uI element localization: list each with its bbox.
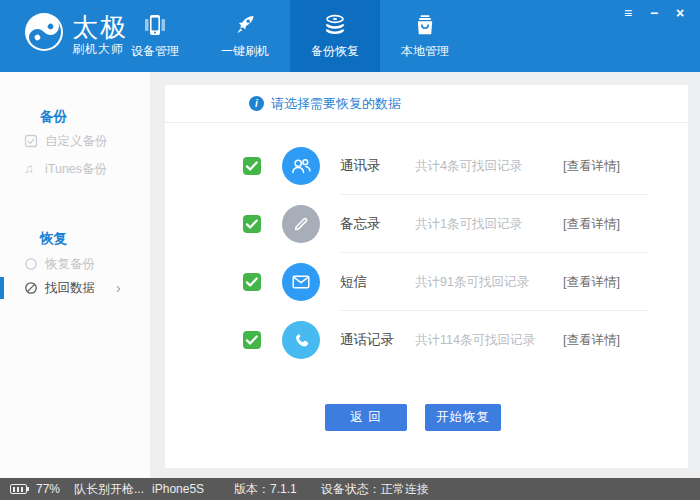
tab-backup-restore[interactable]: 备份恢复 [290, 0, 380, 72]
sidebar-section-backup: 备份 [40, 108, 67, 126]
table-row-call-log: 通话记录 共计114条可找回记录 [查看详情] [165, 311, 688, 369]
table-row-sms: 短信 共计91条可找回记录 [查看详情] [165, 253, 688, 311]
sidebar-item-custom-backup[interactable]: 自定义备份 [0, 131, 150, 151]
call-icon [282, 321, 320, 359]
sidebar-item-recover-data[interactable]: 找回数据 › [0, 278, 150, 298]
device-model: iPhone5S [152, 482, 204, 496]
sidebar-item-label: iTunes备份 [45, 159, 107, 179]
sidebar-item-label: 恢复备份 [45, 254, 95, 274]
recovery-row-list: 通讯录 共计4条可找回记录 [查看详情] 备忘录 共计1条可找回记录 [查看详情… [165, 137, 688, 369]
sidebar-section-restore: 恢复 [40, 230, 67, 248]
slash-circle-icon [24, 281, 38, 295]
back-button[interactable]: 返 回 [325, 404, 407, 431]
row-count: 共计91条可找回记录 [415, 253, 529, 311]
tab-label: 本地管理 [401, 43, 449, 60]
sidebar-item-label: 自定义备份 [45, 131, 108, 151]
row-count: 共计114条可找回记录 [415, 311, 535, 369]
call-log-checkbox[interactable] [243, 331, 261, 349]
sidebar: 备份 自定义备份 ♫ iTunes备份 恢复 恢复备份 找回数据 [0, 72, 150, 478]
content-panel: i 请选择需要恢复的数据 通讯录 共计4条可找回记录 [165, 85, 688, 468]
table-row-memo: 备忘录 共计1条可找回记录 [查看详情] [165, 195, 688, 253]
check-icon [243, 215, 261, 233]
row-label: 通讯录 [340, 137, 381, 195]
taiji-logo-icon [24, 12, 64, 52]
chevron-right-icon: › [116, 278, 121, 298]
info-icon: i [249, 96, 264, 111]
tab-device-management[interactable]: 设备管理 [110, 0, 200, 72]
close-icon[interactable]: × [670, 4, 690, 22]
panel-header: i 请选择需要恢复的数据 [165, 85, 688, 123]
window-controls: ≡ − × [618, 4, 690, 22]
battery-percent: 77% [36, 482, 60, 496]
device-status: 设备状态：正常连接 [321, 481, 429, 498]
start-restore-button[interactable]: 开始恢复 [425, 404, 501, 431]
row-count: 共计1条可找回记录 [415, 195, 522, 253]
bag-icon [412, 12, 438, 38]
tab-local-management[interactable]: 本地管理 [380, 0, 470, 72]
selected-indicator [0, 277, 4, 299]
sms-checkbox[interactable] [243, 273, 261, 291]
row-label: 短信 [340, 253, 367, 311]
view-details-link[interactable]: [查看详情] [563, 137, 620, 195]
sidebar-item-label: 找回数据 [45, 278, 95, 298]
row-label: 通话记录 [340, 311, 394, 369]
minimize-icon[interactable]: − [644, 4, 664, 22]
tab-label: 备份恢复 [311, 43, 359, 60]
circle-icon [24, 257, 38, 271]
view-details-link[interactable]: [查看详情] [563, 311, 620, 369]
device-icon [142, 12, 168, 38]
memo-checkbox[interactable] [243, 215, 261, 233]
contacts-icon [282, 147, 320, 185]
tab-one-key-flash[interactable]: 一键刷机 [200, 0, 290, 72]
main-nav-tabs: 设备管理 一键刷机 备份恢复 [110, 0, 470, 72]
app-window: 太极 刷机大师 设备管理 一键刷机 [0, 0, 700, 500]
check-icon [243, 273, 261, 291]
row-label: 备忘录 [340, 195, 381, 253]
tab-label: 设备管理 [131, 43, 179, 60]
rocket-icon [232, 12, 258, 38]
battery-icon [10, 484, 27, 494]
check-icon [243, 157, 261, 175]
row-count: 共计4条可找回记录 [415, 137, 522, 195]
table-row-contacts: 通讯录 共计4条可找回记录 [查看详情] [165, 137, 688, 195]
app-header: 太极 刷机大师 设备管理 一键刷机 [0, 0, 700, 72]
checkbox-icon [24, 134, 38, 148]
memo-icon [282, 205, 320, 243]
contacts-checkbox[interactable] [243, 157, 261, 175]
device-name: 队长别开枪... [74, 481, 144, 498]
menu-icon[interactable]: ≡ [618, 4, 638, 22]
check-icon [243, 331, 261, 349]
sidebar-item-itunes-backup[interactable]: ♫ iTunes备份 [0, 159, 150, 179]
status-bar: 77% 队长别开枪... iPhone5S 版本：7.1.1 设备状态：正常连接 [0, 478, 700, 500]
tab-label: 一键刷机 [221, 43, 269, 60]
music-note-icon: ♫ [24, 162, 38, 176]
firmware-version: 版本：7.1.1 [234, 481, 297, 498]
view-details-link[interactable]: [查看详情] [563, 253, 620, 311]
panel-prompt: 请选择需要恢复的数据 [271, 85, 401, 123]
view-details-link[interactable]: [查看详情] [563, 195, 620, 253]
sidebar-item-restore-backup[interactable]: 恢复备份 [0, 254, 150, 274]
sms-icon [282, 263, 320, 301]
database-icon [322, 12, 348, 38]
